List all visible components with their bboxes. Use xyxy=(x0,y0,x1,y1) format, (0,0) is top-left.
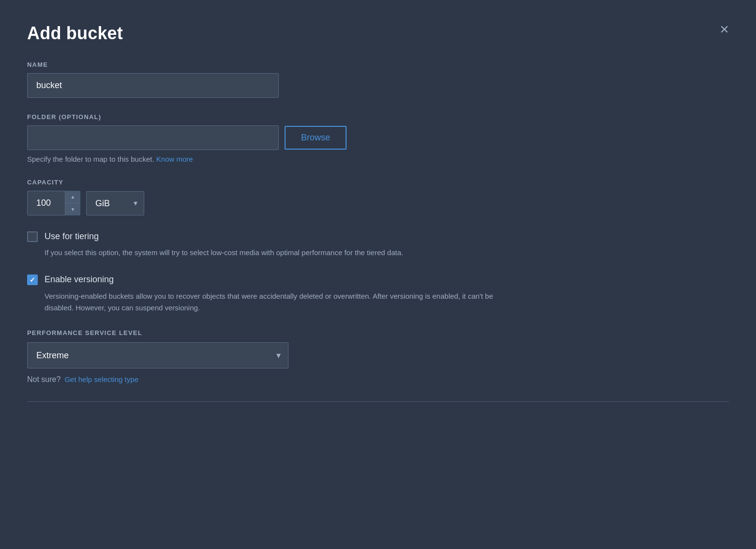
versioning-label: Enable versioning xyxy=(45,274,114,285)
capacity-row: ▲ ▼ GiB TiB PiB ▾ xyxy=(27,191,729,215)
tiering-description: If you select this option, the system wi… xyxy=(45,247,509,259)
versioning-description: Versioning-enabled buckets allow you to … xyxy=(45,290,509,314)
folder-row: Browse xyxy=(27,125,729,150)
name-input[interactable] xyxy=(27,73,279,98)
capacity-number-wrapper: ▲ ▼ xyxy=(27,191,80,215)
not-sure-text: Not sure? xyxy=(27,375,60,384)
know-more-link[interactable]: Know more xyxy=(156,155,193,163)
add-bucket-dialog: Add bucket × NAME FOLDER (OPTIONAL) Brow… xyxy=(0,0,756,549)
name-field-group: NAME xyxy=(27,61,729,98)
tiering-checkbox[interactable] xyxy=(27,231,38,242)
not-sure-row: Not sure? Get help selecting type xyxy=(27,375,729,384)
browse-button[interactable]: Browse xyxy=(285,126,347,150)
close-button[interactable]: × xyxy=(716,19,733,39)
unit-select-wrapper: GiB TiB PiB ▾ xyxy=(86,191,144,215)
versioning-checkbox-group: Enable versioning Versioning-enabled buc… xyxy=(27,274,729,313)
spinner-buttons: ▲ ▼ xyxy=(65,191,80,215)
unit-select[interactable]: GiB TiB PiB xyxy=(86,191,144,215)
dialog-title: Add bucket xyxy=(27,23,123,44)
performance-select[interactable]: Extreme Performance Standard Value xyxy=(27,342,288,368)
folder-field-group: FOLDER (OPTIONAL) Browse Specify the fol… xyxy=(27,113,729,163)
name-label: NAME xyxy=(27,61,729,68)
tiering-checkbox-row: Use for tiering xyxy=(27,231,729,242)
versioning-checkbox-row: Enable versioning xyxy=(27,274,729,285)
versioning-checkbox[interactable] xyxy=(27,274,38,285)
performance-label: PERFORMANCE SERVICE LEVEL xyxy=(27,329,729,336)
performance-select-wrapper: Extreme Performance Standard Value ▾ xyxy=(27,342,288,368)
folder-helper-text: Specify the folder to map to this bucket… xyxy=(27,155,729,163)
capacity-field-group: CAPACITY ▲ ▼ GiB TiB PiB ▾ xyxy=(27,179,729,215)
tiering-checkbox-group: Use for tiering If you select this optio… xyxy=(27,231,729,259)
folder-label: FOLDER (OPTIONAL) xyxy=(27,113,729,121)
performance-field-group: PERFORMANCE SERVICE LEVEL Extreme Perfor… xyxy=(27,329,729,384)
get-help-link[interactable]: Get help selecting type xyxy=(64,375,138,383)
dialog-header: Add bucket × xyxy=(27,23,729,44)
tiering-label: Use for tiering xyxy=(45,231,99,242)
divider xyxy=(27,401,729,402)
spinner-down-button[interactable]: ▼ xyxy=(65,203,80,215)
capacity-label: CAPACITY xyxy=(27,179,729,186)
spinner-up-button[interactable]: ▲ xyxy=(65,191,80,203)
folder-input[interactable] xyxy=(27,125,279,150)
